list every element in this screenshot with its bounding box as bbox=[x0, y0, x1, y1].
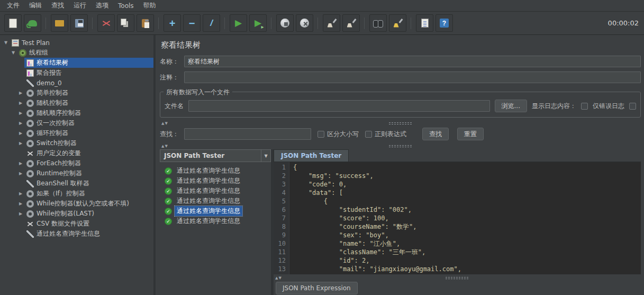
tree-node-cell: 通过姓名查询学生信息 bbox=[24, 229, 153, 239]
name-input[interactable] bbox=[184, 56, 641, 67]
result-item-label: 通过姓名查询学生信息 bbox=[175, 206, 242, 216]
collapse-toggle-icon[interactable]: ▼ bbox=[2, 40, 10, 45]
splitter-handle[interactable] bbox=[388, 145, 413, 148]
tree-node[interactable]: CSV 数据文件设置 bbox=[0, 219, 153, 229]
tree-node-cell: 察看结果树 bbox=[24, 58, 153, 68]
tree-node[interactable]: BeanShell 取样器 bbox=[0, 178, 153, 189]
cut-button[interactable] bbox=[97, 14, 115, 32]
function-helper-button[interactable] bbox=[416, 14, 433, 32]
expand-toggle-icon[interactable]: ▶ bbox=[17, 131, 24, 136]
save-button[interactable] bbox=[70, 14, 88, 32]
tree-node[interactable]: ▼线程组 bbox=[0, 48, 153, 58]
clear-all-button[interactable] bbox=[342, 14, 360, 32]
tree-node[interactable]: 聚合报告 bbox=[0, 68, 153, 78]
stop-button[interactable] bbox=[276, 14, 294, 32]
filename-input[interactable] bbox=[188, 100, 490, 112]
play-skip-icon: ▶ bbox=[253, 18, 264, 29]
result-item[interactable]: ✓通过姓名查询学生信息 bbox=[160, 186, 271, 196]
expand-toggle-icon[interactable]: ▶ bbox=[17, 121, 24, 126]
renderer-selected-value: JSON Path Tester bbox=[160, 150, 261, 162]
expand-toggle-icon[interactable]: ▶ bbox=[17, 161, 24, 166]
splitter-collapse-icon[interactable]: ▲▼ bbox=[161, 121, 168, 126]
open-button[interactable] bbox=[51, 14, 68, 32]
expand-toggle-icon[interactable]: ▶ bbox=[17, 211, 24, 216]
tree-node[interactable]: ▶随机控制器 bbox=[0, 98, 153, 108]
expand-toggle-icon[interactable]: ▶ bbox=[17, 201, 24, 206]
help-button[interactable]: ? bbox=[436, 14, 453, 32]
tree-node[interactable]: 察看结果树 bbox=[0, 58, 153, 68]
case-sensitive-checkbox[interactable] bbox=[318, 131, 324, 138]
editor-code: { "msg": "success", "code": 0, "data": [… bbox=[289, 162, 641, 274]
expand-toggle-icon[interactable]: ▶ bbox=[17, 191, 24, 196]
tree-node[interactable]: ▶如果（If）控制器 bbox=[0, 189, 153, 199]
tree-node[interactable]: ▶简单控制器 bbox=[0, 88, 153, 98]
copy-button[interactable] bbox=[117, 14, 134, 32]
splitter-handle[interactable] bbox=[388, 122, 413, 125]
tree-node-label: 察看结果树 bbox=[37, 58, 68, 67]
tree-node[interactable]: ▶Runtime控制器 bbox=[0, 168, 153, 178]
tree-node[interactable]: demo_0 bbox=[0, 78, 153, 88]
expand-toggle-icon[interactable]: ▶ bbox=[17, 111, 24, 115]
expand-toggle-icon[interactable]: ▶ bbox=[17, 171, 24, 176]
tab-json-path-tester[interactable]: JSON Path Tester bbox=[274, 149, 349, 162]
clear-button[interactable] bbox=[323, 14, 340, 32]
result-item[interactable]: ✓通过姓名查询学生信息 bbox=[160, 216, 271, 226]
splitter-handle[interactable] bbox=[445, 276, 469, 280]
regex-checkbox[interactable] bbox=[365, 131, 372, 138]
successes-only-checkbox[interactable] bbox=[629, 103, 636, 110]
tree-node-cell: 线程组 bbox=[17, 48, 153, 58]
collapse-all-button[interactable]: − bbox=[183, 14, 201, 32]
toggle-button[interactable]: / bbox=[203, 14, 220, 32]
tree-node[interactable]: ▶ForEach控制器 bbox=[0, 158, 153, 168]
menu-item-3[interactable]: 运行 bbox=[69, 0, 91, 12]
collapse-toggle-icon[interactable]: ▼ bbox=[10, 50, 17, 55]
tree-node[interactable]: ▼Test Plan bbox=[0, 38, 153, 48]
result-item[interactable]: ✓通过姓名查询学生信息 bbox=[160, 176, 271, 186]
expand-toggle-icon[interactable]: ▶ bbox=[17, 141, 24, 146]
start-button[interactable]: ▶ bbox=[230, 14, 247, 32]
menu-item-6[interactable]: 帮助 bbox=[139, 0, 161, 12]
result-item[interactable]: ✓通过姓名查询学生信息 bbox=[160, 196, 271, 206]
expand-toggle-icon[interactable]: ▶ bbox=[17, 91, 24, 95]
tree-node[interactable]: ▶While控制器(LAST) bbox=[0, 209, 153, 219]
find-button[interactable]: 查找 bbox=[422, 128, 449, 140]
tree-node[interactable]: ▶随机顺序控制器 bbox=[0, 108, 153, 118]
sampler-icon bbox=[26, 180, 34, 187]
line-number: 7 bbox=[274, 214, 286, 222]
menu-item-5[interactable]: Tools bbox=[113, 1, 139, 11]
menu-item-4[interactable]: 选项 bbox=[91, 0, 113, 12]
paste-button[interactable] bbox=[137, 14, 154, 32]
expand-toggle-icon[interactable]: ▶ bbox=[17, 101, 24, 105]
reset-button[interactable]: 重置 bbox=[457, 128, 484, 140]
tree-node[interactable]: ▶While控制器(默认为空或者不填) bbox=[0, 199, 153, 209]
tree-node[interactable]: 用户定义的变量 bbox=[0, 148, 153, 158]
tree-node[interactable]: ▶仅一次控制器 bbox=[0, 118, 153, 128]
errors-only-checkbox[interactable] bbox=[581, 103, 588, 110]
splitter-collapse-icon[interactable]: ▲▼ bbox=[161, 144, 168, 148]
search-reset-button[interactable] bbox=[389, 14, 406, 32]
play-icon: ▶ bbox=[233, 18, 244, 29]
search-input[interactable] bbox=[184, 128, 311, 140]
menu-item-0[interactable]: 文件 bbox=[2, 0, 24, 12]
tree-node[interactable]: ▶循环控制器 bbox=[0, 128, 153, 138]
result-item[interactable]: ✓通过姓名查询学生信息 bbox=[160, 166, 271, 176]
comment-input[interactable] bbox=[184, 71, 641, 83]
tree-node[interactable]: 通过姓名查询学生信息 bbox=[0, 229, 153, 239]
line-number: 6 bbox=[274, 205, 286, 214]
comment-row: 注释： bbox=[160, 71, 641, 83]
result-item[interactable]: ✓通过姓名查询学生信息 bbox=[160, 206, 271, 216]
browse-button[interactable]: 浏览... bbox=[495, 100, 527, 112]
templates-button[interactable] bbox=[24, 14, 41, 32]
splitter-collapse-icon[interactable]: ▲▼ bbox=[275, 276, 282, 280]
menu-item-1[interactable]: 编辑 bbox=[24, 0, 47, 12]
renderer-dropdown[interactable]: JSON Path Tester ▼ bbox=[160, 149, 271, 162]
tree-node-cell: 聚合报告 bbox=[24, 68, 153, 78]
new-plan-button[interactable] bbox=[4, 14, 22, 32]
tree-node[interactable]: ▶Switch控制器 bbox=[0, 138, 153, 148]
search-button[interactable] bbox=[369, 14, 387, 32]
response-editor[interactable]: 12345678910111213 { "msg": "success", "c… bbox=[274, 162, 641, 274]
shutdown-button[interactable] bbox=[296, 14, 313, 32]
start-no-pauses-button[interactable]: ▶ bbox=[249, 14, 267, 32]
menu-item-2[interactable]: 查找 bbox=[47, 0, 69, 12]
expand-all-button[interactable]: + bbox=[164, 14, 181, 32]
